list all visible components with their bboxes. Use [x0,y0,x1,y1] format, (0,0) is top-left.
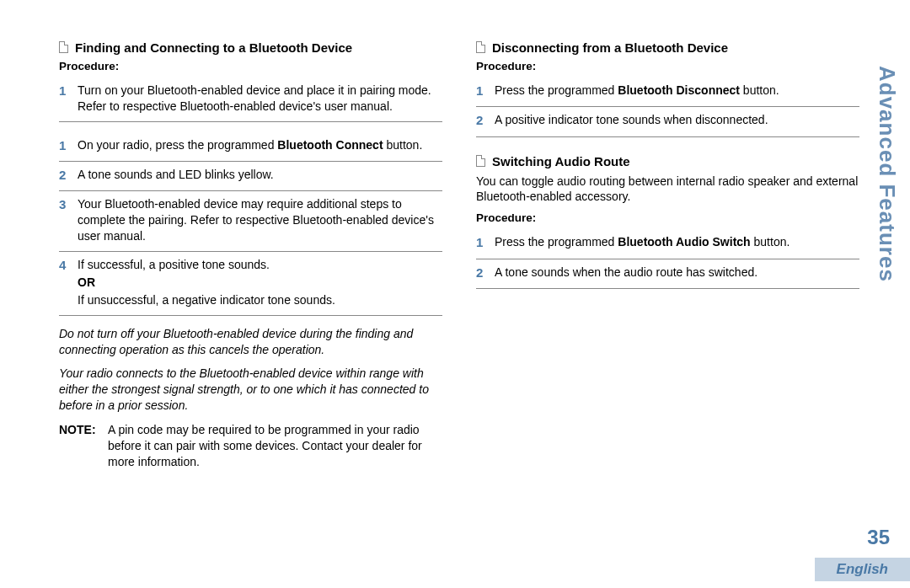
step-number: 1 [59,83,78,99]
side-tab-label: Advanced Features [874,66,900,282]
heading-text: Finding and Connecting to a Bluetooth De… [75,40,352,55]
step-row: 2 A positive indicator tone sounds when … [476,107,859,136]
step-number: 1 [476,83,495,99]
step-row: 4 If successful, a positive tone sounds.… [59,252,442,316]
step-body: If successful, a positive tone sounds. O… [78,257,442,308]
step-number: 3 [59,196,78,213]
step-row: 1 Press the programmed Bluetooth Audio S… [476,229,859,259]
section-disconnecting: Disconnecting from a Bluetooth Device Pr… [476,40,859,137]
text: On your radio, press the programmed [78,138,277,152]
text: If unsuccessful, a negative indicator to… [78,292,442,308]
page-content: Finding and Connecting to a Bluetooth De… [0,0,910,512]
section-finding-connecting: Finding and Connecting to a Bluetooth De… [59,40,442,470]
note-label: NOTE: [59,422,108,470]
bold-text: Bluetooth Connect [277,138,383,152]
document-icon [476,155,485,167]
procedure-label: Procedure: [59,60,442,72]
step-row: 1 Press the programmed Bluetooth Disconn… [476,78,859,107]
text: button. [383,138,423,152]
procedure-label: Procedure: [476,60,859,72]
step-number: 2 [59,167,78,184]
steps-group-1: 1 Turn on your Bluetooth-enabled device … [59,78,442,122]
heading-finding-connecting: Finding and Connecting to a Bluetooth De… [59,40,442,55]
heading-disconnecting: Disconnecting from a Bluetooth Device [476,40,859,55]
language-tab: English [815,558,910,581]
heading-text: Disconnecting from a Bluetooth Device [492,40,728,55]
text: Press the programmed [495,235,618,249]
text: Press the programmed [495,83,618,97]
step-body: Your Bluetooth-enabled device may requir… [78,196,442,244]
step-body: Press the programmed Bluetooth Disconnec… [495,83,859,99]
step-row: 3 Your Bluetooth-enabled device may requ… [59,191,442,252]
text: button. [751,235,790,249]
left-column: Finding and Connecting to a Bluetooth De… [59,40,442,487]
note-body: A pin code may be required to be program… [108,422,442,470]
steps-group-2: 1 On your radio, press the programmed Bl… [59,132,442,316]
heading-text: Switching Audio Route [492,154,630,168]
section-switching-audio: Switching Audio Route You can toggle aud… [476,154,859,289]
step-body: A positive indicator tone sounds when di… [495,112,859,128]
document-icon [59,41,68,53]
step-body: A tone sounds when the audio route has s… [495,265,859,281]
step-body: A tone sounds and LED blinks yellow. [78,167,442,183]
intro-para: You can toggle audio routing between int… [476,174,859,206]
steps-group: 1 Press the programmed Bluetooth Audio S… [476,229,859,289]
text: If successful, a positive tone sounds. [78,257,442,273]
or-label: OR [78,275,442,291]
procedure-label: Procedure: [476,211,859,224]
text: button. [740,83,779,97]
bold-text: Bluetooth Disconnect [618,83,740,97]
step-body: On your radio, press the programmed Blue… [78,137,442,153]
step-number: 1 [476,234,495,251]
heading-switching-audio: Switching Audio Route [476,154,859,168]
bold-text: Bluetooth Audio Switch [618,235,750,249]
step-body: Turn on your Bluetooth-enabled device an… [78,83,442,115]
steps-group: 1 Press the programmed Bluetooth Disconn… [476,78,859,137]
right-column: Disconnecting from a Bluetooth Device Pr… [476,40,859,487]
step-number: 2 [476,112,495,129]
step-body: Press the programmed Bluetooth Audio Swi… [495,234,859,250]
document-icon [476,41,485,53]
note-block: NOTE: A pin code may be required to be p… [59,422,442,470]
step-row: 2 A tone sounds and LED blinks yellow. [59,162,442,191]
italic-note: Do not turn off your Bluetooth-enabled d… [59,326,442,358]
step-number: 1 [59,137,78,154]
step-number: 2 [476,265,495,281]
step-row: 1 Turn on your Bluetooth-enabled device … [59,78,442,122]
page-number: 35 [867,526,890,549]
step-number: 4 [59,257,78,274]
step-row: 2 A tone sounds when the audio route has… [476,259,859,289]
italic-note: Your radio connects to the Bluetooth-ena… [59,366,442,414]
step-row: 1 On your radio, press the programmed Bl… [59,132,442,162]
